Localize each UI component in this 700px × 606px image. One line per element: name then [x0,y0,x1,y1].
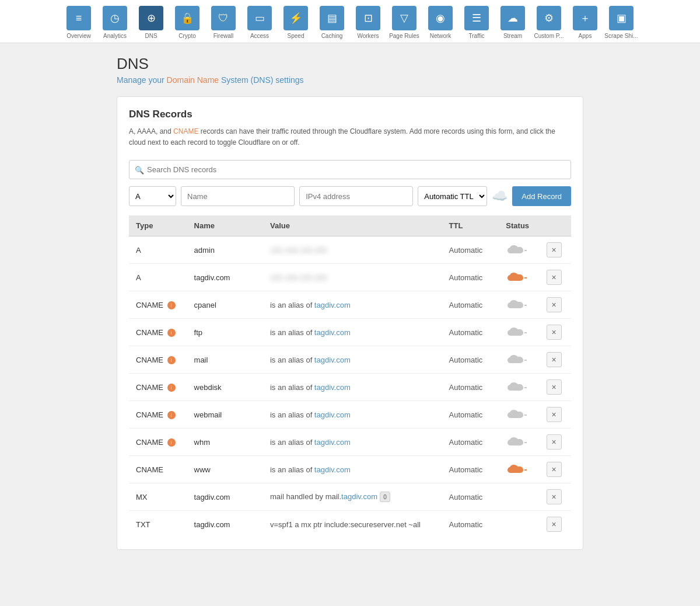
nav-item-analytics[interactable]: ◷Analytics [97,6,132,39]
record-name-cell-8: www [187,456,263,483]
alias-link[interactable]: tagdiv.com [314,410,351,419]
record-name-cell-1: tagdiv.com [187,264,263,291]
nav-icon-stream: ☁ [501,6,525,30]
record-type-cell-4: CNAME i [129,346,187,374]
record-ttl-cell-0: Automatic [442,236,499,264]
info-icon-4[interactable]: i [167,356,176,364]
info-icon-5[interactable]: i [167,384,176,392]
nav-icon-network: ◉ [428,6,453,30]
delete-record-button-9[interactable]: × [547,489,562,504]
record-value-cell-2: is an alias of tagdiv.com [263,291,442,319]
record-type-text: CNAME [136,328,163,337]
nav-item-traffic[interactable]: ☰Traffic [459,6,494,39]
cloud-toggle-orange[interactable] [506,462,532,476]
record-value-cell-10: v=spf1 a mx ptr include:secureserver.net… [263,511,442,538]
record-status-cell-10 [499,511,539,538]
nav-label-apps: Apps [579,33,592,39]
add-record-button[interactable]: Add Record [512,186,571,206]
nav-item-access[interactable]: ▭Access [242,6,277,39]
cloud-toggle-gray[interactable] [506,408,532,422]
record-status-cell-7 [499,429,539,456]
ttl-select[interactable]: Automatic TTL 2 min 5 min 30 min 1 hr [418,189,487,204]
alias-link[interactable]: tagdiv.com [314,383,351,392]
col-action [540,215,571,236]
nav-icon-dns: ⊕ [139,6,163,30]
cloud-toggle-orange[interactable] [506,270,532,284]
nav-item-workers[interactable]: ⊡Workers [351,6,386,39]
record-value-cell-7: is an alias of tagdiv.com [263,429,442,456]
delete-record-button-8[interactable]: × [547,462,562,477]
dns-card-title: DNS Records [129,109,571,120]
delete-record-button-4[interactable]: × [547,352,562,367]
record-ttl-cell-9: Automatic [442,483,499,511]
delete-record-button-10[interactable]: × [547,517,562,532]
col-ttl: TTL [442,215,499,236]
nav-item-speed[interactable]: ⚡Speed [278,6,313,39]
record-type-cell-10: TXT [129,511,187,538]
delete-record-button-3[interactable]: × [547,325,562,340]
delete-record-button-0[interactable]: × [547,242,562,257]
nav-item-pagerules[interactable]: ▽Page Rules [387,6,422,39]
record-type-cell-1: A [129,264,187,291]
alias-link[interactable]: tagdiv.com [314,301,351,309]
record-name-input[interactable] [181,186,295,206]
nav-item-firewall[interactable]: 🛡Firewall [206,6,241,39]
table-row: Atagdiv.com192.168.100.200Automatic× [129,264,571,291]
delete-record-button-6[interactable]: × [547,407,562,422]
table-row: CNAME iwebdiskis an alias of tagdiv.comA… [129,374,571,401]
record-delete-cell-9: × [540,483,571,511]
cloudflare-toggle-icon[interactable]: ☁️ [492,189,508,204]
alias-link[interactable]: tagdiv.com [314,328,351,337]
record-ttl-cell-1: Automatic [442,264,499,291]
record-type-select[interactable]: A AAAA CNAME MX TXT [130,189,176,204]
record-status-cell-6 [499,401,539,429]
record-value-cell-4: is an alias of tagdiv.com [263,346,442,374]
info-icon-7[interactable]: i [167,438,176,447]
nav-label-analytics: Analytics [103,33,127,39]
nav-label-firewall: Firewall [214,33,233,39]
nav-item-crypto[interactable]: 🔒Crypto [170,6,205,39]
alias-link[interactable]: tagdiv.com [341,492,377,501]
record-type-text: A [136,246,141,255]
nav-icon-speed: ⚡ [284,6,308,30]
nav-item-network[interactable]: ◉Network [423,6,458,39]
nav-item-dns[interactable]: ⊕DNS [134,6,169,39]
delete-record-button-1[interactable]: × [547,270,562,285]
cloud-toggle-gray[interactable] [506,325,532,339]
record-value-cell-9: mail handled by mail.tagdiv.com0 [263,483,442,511]
nav-item-stream[interactable]: ☁Stream [495,6,530,39]
alias-link[interactable]: tagdiv.com [314,356,351,364]
nav-item-apps[interactable]: ＋Apps [568,6,603,39]
nav-item-overview[interactable]: ≡Overview [61,6,96,39]
nav-item-custompages[interactable]: ⚙Custom P... [531,6,566,39]
search-input[interactable] [129,160,571,179]
cloud-toggle-gray[interactable] [506,380,532,394]
nav-item-scrape[interactable]: ▣Scrape Shi... [604,6,639,39]
alias-link[interactable]: tagdiv.com [314,465,351,474]
info-icon-6[interactable]: i [167,411,176,419]
delete-record-button-2[interactable]: × [547,297,562,312]
record-value-cell-3: is an alias of tagdiv.com [263,319,442,346]
cloud-toggle-gray[interactable] [506,243,532,257]
nav-icon-caching: ▤ [320,6,344,30]
record-status-cell-0 [499,236,539,264]
cloud-toggle-gray[interactable] [506,353,532,367]
nav-item-caching[interactable]: ▤Caching [314,6,349,39]
cloud-toggle-gray[interactable] [506,435,532,449]
record-status-cell-3 [499,319,539,346]
record-value-input[interactable] [299,186,413,206]
nav-icon-scrape: ▣ [609,6,634,30]
info-icon-2[interactable]: i [167,301,176,309]
info-icon-3[interactable]: i [167,329,176,337]
delete-record-button-7[interactable]: × [547,434,562,450]
delete-record-button-5[interactable]: × [547,379,562,395]
nav-label-scrape: Scrape Shi... [604,33,638,39]
record-status-cell-8 [499,456,539,483]
alias-link[interactable]: tagdiv.com [314,438,351,447]
record-delete-cell-7: × [540,429,571,456]
record-value-blurred: 192.168.100.200 [270,246,327,255]
nav-label-overview: Overview [66,33,91,39]
cloud-toggle-gray[interactable] [506,298,532,312]
nav-label-pagerules: Page Rules [389,33,419,39]
nav-label-workers: Workers [357,33,379,39]
